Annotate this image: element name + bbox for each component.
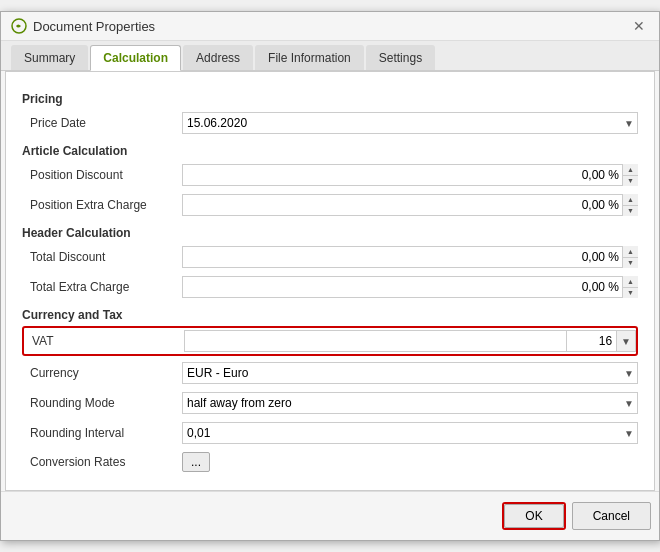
total-discount-spinner: ▲ ▼: [622, 246, 638, 268]
vat-input-wrap: 16 ▼: [184, 330, 636, 352]
position-discount-spinner: ▲ ▼: [622, 164, 638, 186]
position-extra-charge-spinner: ▲ ▼: [622, 194, 638, 216]
rounding-interval-label: Rounding Interval: [22, 426, 182, 440]
position-extra-charge-down[interactable]: ▼: [623, 206, 638, 217]
ok-button-wrap: OK: [502, 502, 565, 530]
rounding-interval-select[interactable]: 0,01: [182, 422, 638, 444]
rounding-interval-row: Rounding Interval 0,01 ▼: [22, 420, 638, 446]
total-discount-up[interactable]: ▲: [623, 246, 638, 258]
document-properties-dialog: Document Properties ✕ Summary Calculatio…: [0, 11, 660, 541]
position-discount-up[interactable]: ▲: [623, 164, 638, 176]
tab-calculation[interactable]: Calculation: [90, 45, 181, 71]
close-button[interactable]: ✕: [629, 18, 649, 34]
cancel-button[interactable]: Cancel: [572, 502, 651, 530]
position-extra-charge-input[interactable]: [182, 194, 638, 216]
tab-file-information[interactable]: File Information: [255, 45, 364, 70]
rounding-mode-row: Rounding Mode half away from zero ▼: [22, 390, 638, 416]
vat-dropdown-button[interactable]: ▼: [617, 330, 636, 352]
total-extra-charge-label: Total Extra Charge: [22, 280, 182, 294]
tab-content: Pricing Price Date 15.06.2020 ▼ Article …: [5, 71, 655, 491]
pricing-section-label: Pricing: [22, 92, 638, 106]
position-discount-label: Position Discount: [22, 168, 182, 182]
rounding-mode-label: Rounding Mode: [22, 396, 182, 410]
total-extra-charge-wrap: ▲ ▼: [182, 276, 638, 298]
title-bar: Document Properties ✕: [1, 12, 659, 41]
total-extra-charge-row: Total Extra Charge ▲ ▼: [22, 274, 638, 300]
total-discount-input[interactable]: [182, 246, 638, 268]
currency-select-wrap: EUR - Euro ▼: [182, 362, 638, 384]
rounding-interval-select-wrap: 0,01 ▼: [182, 422, 638, 444]
total-extra-charge-up[interactable]: ▲: [623, 276, 638, 288]
rounding-mode-select-wrap: half away from zero ▼: [182, 392, 638, 414]
tab-address[interactable]: Address: [183, 45, 253, 70]
article-calc-section-label: Article Calculation: [22, 144, 638, 158]
total-extra-charge-down[interactable]: ▼: [623, 288, 638, 299]
total-discount-down[interactable]: ▼: [623, 258, 638, 269]
ok-button[interactable]: OK: [504, 504, 563, 528]
tab-summary[interactable]: Summary: [11, 45, 88, 70]
currency-row: Currency EUR - Euro ▼: [22, 360, 638, 386]
conversion-rates-label: Conversion Rates: [22, 455, 182, 469]
price-date-select[interactable]: 15.06.2020: [182, 112, 638, 134]
total-discount-row: Total Discount ▲ ▼: [22, 244, 638, 270]
vat-value-select[interactable]: 16: [567, 330, 617, 352]
position-extra-charge-label: Position Extra Charge: [22, 198, 182, 212]
conversion-rates-row: Conversion Rates ...: [22, 450, 638, 474]
position-extra-charge-up[interactable]: ▲: [623, 194, 638, 206]
total-discount-wrap: ▲ ▼: [182, 246, 638, 268]
button-row: OK Cancel: [1, 491, 659, 540]
position-discount-input[interactable]: [182, 164, 638, 186]
price-date-label: Price Date: [22, 116, 182, 130]
position-discount-wrap: ▲ ▼: [182, 164, 638, 186]
rounding-mode-select[interactable]: half away from zero: [182, 392, 638, 414]
position-extra-charge-row: Position Extra Charge ▲ ▼: [22, 192, 638, 218]
price-date-select-wrap: 15.06.2020 ▼: [182, 112, 638, 134]
header-calc-section-label: Header Calculation: [22, 226, 638, 240]
tab-settings[interactable]: Settings: [366, 45, 435, 70]
position-extra-charge-wrap: ▲ ▼: [182, 194, 638, 216]
vat-text-input[interactable]: [184, 330, 567, 352]
vat-row: VAT 16 ▼: [22, 326, 638, 356]
conversion-rates-button[interactable]: ...: [182, 452, 210, 472]
position-discount-row: Position Discount ▲ ▼: [22, 162, 638, 188]
dialog-title: Document Properties: [33, 19, 155, 34]
title-bar-left: Document Properties: [11, 18, 155, 34]
price-date-row: Price Date 15.06.2020 ▼: [22, 110, 638, 136]
app-icon: [11, 18, 27, 34]
position-discount-down[interactable]: ▼: [623, 176, 638, 187]
total-extra-charge-spinner: ▲ ▼: [622, 276, 638, 298]
total-extra-charge-input[interactable]: [182, 276, 638, 298]
currency-label: Currency: [22, 366, 182, 380]
currency-tax-section-label: Currency and Tax: [22, 308, 638, 322]
tab-bar: Summary Calculation Address File Informa…: [1, 41, 659, 71]
vat-label: VAT: [24, 334, 184, 348]
total-discount-label: Total Discount: [22, 250, 182, 264]
currency-select[interactable]: EUR - Euro: [182, 362, 638, 384]
